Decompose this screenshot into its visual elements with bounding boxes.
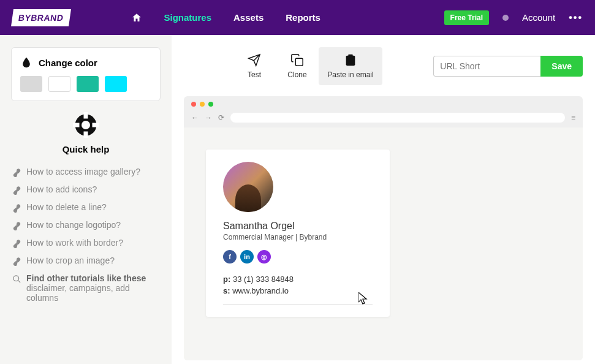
help-item-icons[interactable]: How to add icons?: [12, 181, 159, 199]
help-item-border[interactable]: How to work with border?: [12, 234, 159, 252]
help-list: How to access image gallery? How to add …: [11, 163, 161, 306]
actions-row: Test Clone Paste in email Save: [184, 47, 583, 85]
url-short-input[interactable]: [433, 56, 540, 77]
help-item-delete-line[interactable]: How to delete a line?: [12, 199, 159, 216]
social-icons: f in ◎: [223, 250, 373, 264]
paper-plane-icon: [248, 53, 261, 67]
lifebuoy-icon: [73, 112, 99, 138]
copy-icon: [290, 53, 304, 67]
browser-url-bar[interactable]: [230, 113, 565, 123]
instagram-icon[interactable]: ◎: [257, 250, 271, 264]
quick-help-title: Quick help: [11, 144, 161, 154]
divider: [223, 304, 373, 305]
quick-help: Quick help How to access image gallery? …: [11, 112, 161, 306]
link-icon: [12, 168, 21, 177]
change-color-card: Change color: [11, 47, 161, 101]
svg-rect-5: [93, 123, 99, 127]
test-button[interactable]: Test: [233, 47, 276, 85]
forward-icon[interactable]: →: [205, 113, 212, 122]
nav-reports[interactable]: Reports: [286, 12, 320, 23]
link-icon: [12, 239, 21, 248]
signature-role: Commercial Manager | Bybrand: [223, 233, 373, 241]
more-menu-icon[interactable]: •••: [569, 12, 583, 23]
top-nav: BYBRAND Signatures Assets Reports Free T…: [0, 0, 595, 35]
droplet-icon: [20, 56, 32, 69]
svg-point-6: [13, 276, 19, 281]
help-item-gallery[interactable]: How to access image gallery?: [12, 163, 159, 181]
reload-icon[interactable]: ⟳: [218, 113, 224, 122]
phone-line: p: 33 (1) 333 84848: [223, 275, 373, 284]
clipboard-icon: [344, 53, 357, 67]
browser-content: Samantha Orgel Commercial Manager | Bybr…: [184, 127, 583, 360]
help-item-find-more[interactable]: Find other tutorials like thesedisclaime…: [12, 270, 159, 306]
browser-toolbar: ← → ⟳ ≡: [184, 110, 583, 127]
svg-rect-3: [84, 132, 88, 138]
link-icon: [12, 186, 21, 195]
home-icon[interactable]: [131, 12, 142, 23]
swatch-cyan[interactable]: [105, 76, 127, 92]
account-link[interactable]: Account: [522, 12, 555, 23]
sidebar: Change color Quick help How to access im…: [0, 35, 172, 364]
status-dot: [502, 15, 509, 21]
avatar: [223, 162, 273, 212]
free-trial-button[interactable]: Free Trial: [444, 10, 489, 25]
nav-right: Free Trial Account •••: [444, 10, 583, 25]
swatch-white[interactable]: [48, 76, 70, 92]
browser-preview: ← → ⟳ ≡ Samantha Orgel Commercial Manage…: [184, 96, 583, 360]
browser-menu-icon[interactable]: ≡: [571, 113, 575, 122]
paste-email-button[interactable]: Paste in email: [319, 47, 382, 85]
color-title: Change color: [39, 58, 97, 68]
linkedin-icon[interactable]: in: [240, 250, 254, 264]
help-item-crop[interactable]: How to crop an image?: [12, 252, 159, 270]
svg-rect-4: [73, 123, 80, 127]
help-item-logo[interactable]: How to change logotipo?: [12, 216, 159, 234]
nav-signatures[interactable]: Signatures: [164, 12, 212, 23]
nav-assets[interactable]: Assets: [233, 12, 263, 23]
signature-name: Samantha Orgel: [223, 221, 373, 232]
link-icon: [12, 257, 21, 266]
nav-items: Signatures Assets Reports: [131, 12, 320, 23]
search-icon: [12, 275, 21, 284]
clone-button[interactable]: Clone: [276, 47, 319, 85]
svg-rect-2: [84, 112, 88, 119]
browser-dots: [184, 96, 583, 110]
main-content: Test Clone Paste in email Save ← →: [172, 35, 595, 364]
svg-rect-8: [295, 58, 303, 66]
site-line: s: www.bybrand.io: [223, 286, 373, 295]
back-icon[interactable]: ←: [191, 113, 199, 122]
svg-point-1: [81, 121, 90, 129]
swatch-grey[interactable]: [20, 76, 42, 92]
save-button[interactable]: Save: [540, 56, 583, 77]
url-save-group: Save: [433, 56, 583, 77]
link-icon: [12, 221, 21, 230]
logo: BYBRAND: [11, 9, 70, 26]
signature-card: Samantha Orgel Commercial Manager | Bybr…: [206, 150, 390, 317]
color-swatches: [20, 76, 151, 92]
svg-line-7: [18, 280, 20, 282]
facebook-icon[interactable]: f: [223, 250, 237, 264]
link-icon: [12, 203, 21, 213]
swatch-teal[interactable]: [77, 76, 99, 92]
